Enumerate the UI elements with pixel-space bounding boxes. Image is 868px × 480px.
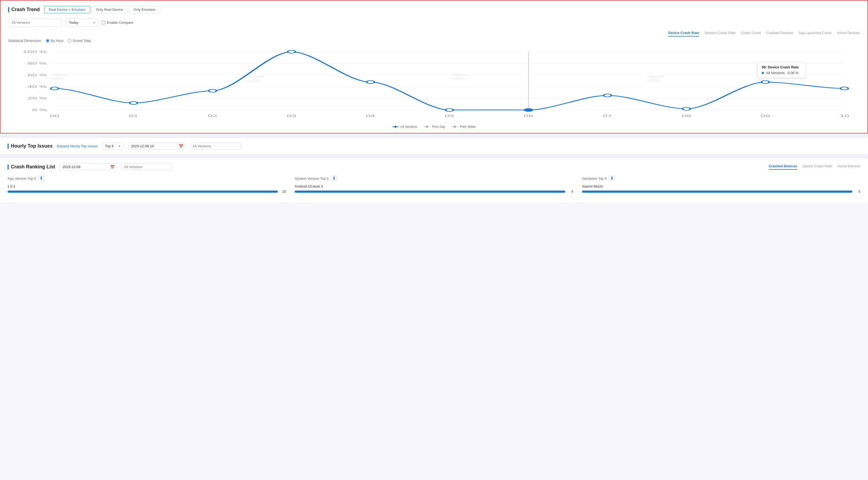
rank-item-app-version-0-label: 1.0.1 (7, 184, 286, 188)
hourly-header: Hourly Top Issues Expand Hourly Top Issu… (7, 143, 861, 150)
svg-text:60 %: 60 % (27, 73, 47, 77)
grand-total-label: Grand Total (73, 39, 91, 43)
chart-dot-7 (603, 94, 612, 97)
crash-trend-card: Crash Trend Real Device + Emulator Only … (0, 0, 868, 133)
metric-tab-crash-count[interactable]: Crash Count (741, 31, 761, 36)
metric-tab-active-devices[interactable]: Active Devices (837, 31, 860, 36)
by-hour-option[interactable]: By Hour (46, 39, 64, 43)
legend-all-versions-label: All Versions (400, 125, 417, 129)
chart-tooltip: 06: Device Crash Rate All Versions: 0.00… (757, 62, 806, 78)
top-select[interactable]: Top 5 Top 10 Top 20 (102, 143, 124, 150)
chart-dot-10 (840, 87, 848, 90)
enable-compare-label[interactable]: Enable Compare (102, 21, 133, 25)
tab-real-device-emulator[interactable]: Real Device + Emulator (44, 6, 90, 13)
crash-ranking-card: Crash Ranking List 📅 Crashed Devices Dev… (0, 159, 868, 203)
ranking-columns: App Version Top 5 ⬇ 1.0.1 15 System V (7, 176, 861, 196)
rank-bar-track-app-0 (7, 191, 278, 193)
metric-tab-session-crash-rate[interactable]: Session Crash Rate (705, 31, 736, 36)
crash-trend-chart: xingjianma(163531) xingjianma(163531) xi… (8, 46, 860, 122)
ranking-col-hardware-title: Hardware Top 5 ⬇ (582, 176, 861, 181)
svg-text:100 %: 100 % (23, 50, 47, 54)
hourly-version-input[interactable] (190, 143, 241, 150)
rank-value-hw-0: 5 (855, 189, 861, 193)
svg-text:20 %: 20 % (27, 96, 47, 100)
expand-hourly-link[interactable]: Expand Hourly Top Issues (57, 144, 98, 148)
chart-dot-2 (209, 89, 217, 92)
chart-dot-9 (762, 81, 769, 84)
ranking-tab-crashed-devices[interactable]: Crashed Devices (769, 164, 797, 170)
chart-legend: All Versions Prev Day Prev Week (8, 125, 860, 129)
chart-dot-0 (51, 87, 59, 90)
date-filter-select[interactable]: Today Yesterday Last 7 Days Last 30 Days (65, 19, 98, 27)
svg-text:08: 08 (682, 114, 691, 118)
legend-all-versions-icon (392, 125, 399, 128)
metric-tab-app-launched-count[interactable]: App Launched Count (799, 31, 832, 36)
hourly-date-wrapper: 📅 (128, 143, 185, 150)
ranking-date-wrapper: 📅 (59, 163, 117, 170)
tooltip-dot-icon (762, 72, 764, 74)
crash-trend-title: Crash Trend (8, 7, 40, 12)
hardware-download-icon[interactable]: ⬇ (609, 176, 615, 181)
svg-text:10: 10 (840, 114, 849, 118)
grand-total-option[interactable]: Grand Total (68, 39, 91, 43)
svg-point-27 (426, 126, 428, 128)
rank-bar-row-sys-0: 4 (294, 189, 573, 193)
svg-text:09: 09 (761, 114, 770, 118)
svg-text:06: 06 (524, 114, 533, 118)
svg-text:05: 05 (445, 114, 454, 118)
rank-item-app-version-0: 1.0.1 15 (7, 184, 286, 193)
tooltip-title: 06: Device Crash Rate (762, 65, 801, 69)
system-version-download-icon[interactable]: ⬇ (331, 176, 337, 181)
rank-bar-track-sys-0 (294, 191, 565, 193)
by-hour-label: By Hour (51, 39, 64, 43)
stat-dimension-row: Statistical Dimension: By Hour Grand Tot… (8, 39, 860, 43)
stat-dimension-label: Statistical Dimension: (8, 39, 42, 43)
chart-dot-8 (683, 107, 690, 110)
grand-total-radio[interactable] (68, 39, 71, 42)
svg-text:03: 03 (287, 114, 296, 118)
metric-tab-crashed-devices[interactable]: Crashed Devices (766, 31, 793, 36)
ranking-version-input[interactable] (121, 163, 173, 170)
hourly-date-input[interactable] (128, 143, 185, 150)
svg-text:80 %: 80 % (27, 62, 47, 65)
rank-bar-fill-hw-0 (582, 191, 852, 193)
ranking-col-system-version: System Version Top 5 ⬇ Android 10,level … (294, 176, 573, 196)
svg-text:40 %: 40 % (27, 85, 47, 88)
tooltip-row: All Versions: 0.00 % (762, 71, 801, 75)
crash-trend-filters: Today Yesterday Last 7 Days Last 30 Days… (8, 19, 860, 27)
tooltip-row-value: 0.00 % (788, 71, 799, 75)
tab-only-real-device[interactable]: Only Real Device (91, 6, 128, 13)
enable-compare-checkbox[interactable] (102, 21, 105, 24)
rank-item-hardware-0: Xiaomi Mix2s 5 (582, 184, 861, 193)
chart-dot-6 (525, 109, 532, 111)
ranking-tab-device-crash-rate[interactable]: Device Crash Rate (803, 164, 832, 170)
device-type-tab-group: Real Device + Emulator Only Real Device … (44, 6, 160, 13)
ranking-date-input[interactable] (59, 163, 117, 170)
rank-bar-row-app-0: 15 (7, 189, 286, 193)
ranking-header: Crash Ranking List 📅 Crashed Devices Dev… (7, 163, 861, 170)
top-select-wrapper: Top 5 Top 10 Top 20 ▼ (102, 143, 124, 150)
app-version-download-icon[interactable]: ⬇ (38, 176, 44, 181)
ranking-metric-tabs: Crashed Devices Device Crash Rate Active… (769, 164, 861, 170)
chart-dot-3 (288, 50, 296, 53)
legend-prev-week-icon (452, 125, 458, 128)
by-hour-radio[interactable] (46, 39, 50, 42)
metric-tab-device-crash-rate[interactable]: Device Crash Rate (668, 31, 699, 36)
legend-prev-day-icon (424, 125, 430, 128)
rank-bar-fill-app-0 (7, 191, 278, 193)
svg-text:0 %: 0 % (32, 108, 47, 111)
version-filter-input[interactable] (8, 19, 62, 27)
chart-dot-4 (367, 81, 374, 84)
chart-dot-1 (130, 102, 137, 105)
ranking-tab-active-devices[interactable]: Active Devices (837, 164, 861, 170)
ranking-col-hardware: Hardware Top 5 ⬇ Xiaomi Mix2s 5 (582, 176, 861, 196)
svg-text:01: 01 (129, 114, 138, 118)
hourly-top-issues-card: Hourly Top Issues Expand Hourly Top Issu… (0, 138, 868, 154)
rank-item-system-version-0: Android 10,level 3 4 (294, 184, 573, 193)
svg-text:04: 04 (366, 114, 375, 118)
svg-text:07: 07 (603, 114, 612, 118)
tab-only-emulator[interactable]: Only Emulator (129, 6, 160, 13)
ranking-title: Crash Ranking List (7, 164, 55, 170)
legend-prev-week: Prev Week (452, 125, 475, 129)
rank-bar-row-hw-0: 5 (582, 189, 861, 193)
